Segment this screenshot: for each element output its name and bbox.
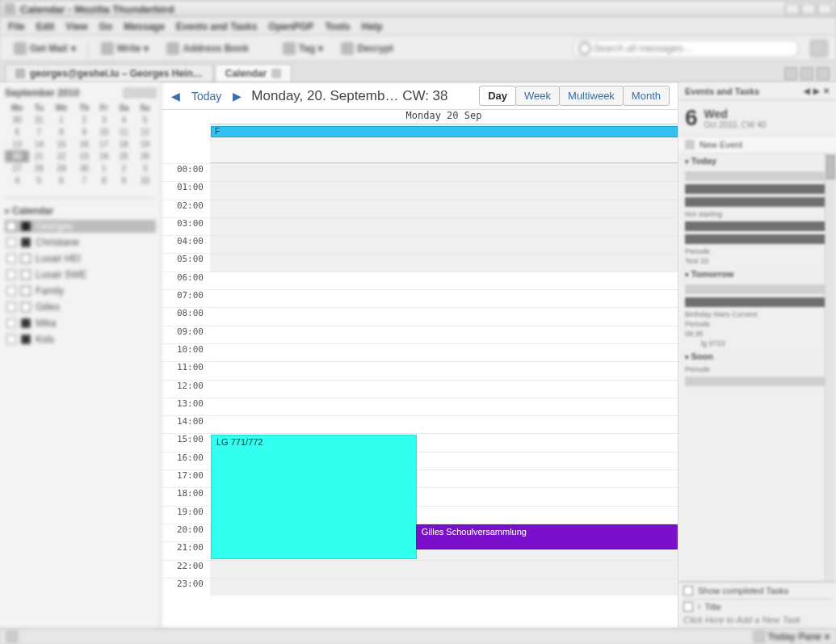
titlebar: Calendar - Mozilla Thunderbird [0, 0, 836, 18]
section-today[interactable]: Today [678, 154, 836, 168]
tab-action-2[interactable] [800, 67, 813, 80]
tabstrip: georges@geshei.lu – Georges Hein… Calend… [0, 61, 836, 82]
todaypane-button[interactable]: Today Pane [768, 631, 821, 642]
view-week[interactable]: Week [515, 86, 560, 106]
agenda-item[interactable] [685, 171, 830, 181]
view-multiweek[interactable]: Multiweek [559, 86, 624, 106]
checkbox[interactable] [6, 238, 16, 247]
day-column[interactable]: LG 771/772 Gilles Schoulversammlung [210, 163, 678, 628]
hour-column: 00:0001:0002:0003:0004:0005:0006:0007:00… [162, 163, 210, 628]
allday-event[interactable]: F [211, 126, 678, 137]
checkbox[interactable] [6, 286, 16, 296]
agenda-item[interactable] [685, 197, 830, 207]
toolbar-end-icon[interactable] [810, 40, 828, 57]
menu-edit[interactable]: Edit [36, 21, 55, 32]
menu-help[interactable]: Help [361, 21, 382, 32]
agenda-item[interactable] [685, 297, 830, 307]
agenda-item[interactable] [685, 184, 830, 194]
menubar: File Edit View Go Message Events and Tas… [0, 18, 836, 36]
minical-next[interactable] [146, 88, 156, 98]
checkbox[interactable] [6, 335, 16, 344]
decrypt-button[interactable]: Decrypt [335, 40, 399, 57]
minical-today[interactable] [135, 88, 145, 98]
today-sub: Oct 2010, CW 40 [704, 120, 767, 129]
addressbook-button[interactable]: Address Book [161, 40, 254, 57]
event-gilles[interactable]: Gilles Schoulversammlung [416, 524, 678, 549]
show-completed-checkbox[interactable] [683, 586, 693, 596]
view-day[interactable]: Day [479, 86, 516, 106]
next-day-button[interactable]: ▶ [231, 90, 243, 103]
app-icon [4, 3, 15, 15]
agenda-item[interactable] [685, 221, 830, 231]
search-input[interactable]: Search all messages… [573, 40, 799, 57]
minimize-button[interactable] [785, 3, 800, 15]
agenda-item[interactable] [685, 377, 830, 386]
calendar-item[interactable]: Family [5, 284, 156, 297]
mini-calendar[interactable]: MoTuWeThFrSaSu 303112345 6789101112 1314… [5, 102, 156, 187]
view-month[interactable]: Month [623, 86, 670, 106]
checkbox[interactable] [6, 221, 16, 231]
menu-events-tasks[interactable]: Events and Tasks [176, 21, 258, 32]
checkbox[interactable] [6, 318, 16, 328]
addressbook-icon [166, 42, 179, 55]
rp-prev[interactable]: ◀ [804, 86, 810, 95]
write-button[interactable]: Write ▾ [95, 40, 155, 57]
section-soon[interactable]: Soon [678, 349, 836, 364]
rp-close[interactable]: ✕ [823, 86, 830, 95]
tab-mail[interactable]: georges@geshei.lu – Georges Hein… [5, 64, 213, 82]
tab-action-3[interactable] [817, 67, 830, 80]
menu-go[interactable]: Go [99, 21, 112, 32]
section-tomorrow[interactable]: Tomorrow [678, 267, 836, 281]
close-icon[interactable] [271, 69, 281, 78]
mail-icon [15, 69, 25, 78]
scrollbar[interactable] [825, 154, 836, 581]
calendar-item[interactable]: Georges [5, 220, 156, 233]
day-header: Monday 20 Sep [210, 110, 678, 124]
calendar-name: Georges [36, 221, 73, 232]
prev-day-button[interactable]: ◀ [170, 90, 182, 103]
new-event-button[interactable]: New Event [678, 137, 836, 154]
task-checkbox[interactable] [683, 602, 693, 612]
menu-message[interactable]: Message [124, 21, 165, 32]
event-lg[interactable]: LG 771/772 [211, 435, 417, 559]
window-title: Calendar - Mozilla Thunderbird [20, 3, 174, 15]
rp-next[interactable]: ▶ [813, 86, 820, 95]
getmail-button[interactable]: Get Mail ▾ [8, 40, 82, 57]
add-task-field[interactable]: Click Here to Add a New Task [683, 615, 800, 625]
menu-openpgp[interactable]: OpenPGP [268, 21, 313, 32]
status-icon[interactable] [6, 631, 18, 642]
calendar-title: Monday, 20. Septemb… CW: 38 [251, 88, 472, 104]
calendar-name: Family [36, 285, 64, 297]
calendar-item[interactable]: Luxair HEI [5, 252, 156, 265]
menu-file[interactable]: File [8, 21, 25, 32]
calendar-list-header[interactable]: Calendar [5, 198, 156, 217]
calendar-item[interactable]: Christiane [5, 236, 156, 249]
todaypane-icon [754, 631, 765, 642]
color-swatch [21, 286, 31, 296]
allday-row[interactable]: F [210, 124, 678, 163]
menu-tools[interactable]: Tools [325, 21, 350, 32]
calendar-item[interactable]: Kids [5, 333, 156, 346]
calendar-item[interactable]: Luxair SWE [5, 268, 156, 281]
agenda-item[interactable] [685, 284, 830, 294]
minical-prev[interactable] [124, 88, 133, 98]
checkbox[interactable] [6, 254, 16, 263]
tag-button[interactable]: Tag ▾ [277, 40, 329, 57]
scroll-thumb[interactable] [826, 155, 835, 179]
calendar-item[interactable]: Gilles [5, 301, 156, 314]
maximize-button[interactable] [801, 3, 816, 15]
menu-view[interactable]: View [65, 21, 87, 32]
chevron-down-icon[interactable]: ▾ [825, 631, 830, 642]
today-button[interactable]: Today [190, 90, 223, 103]
calendar-item[interactable]: Mika [5, 317, 156, 330]
tab-action-1[interactable] [784, 67, 797, 80]
agenda-label: Periode [685, 247, 830, 255]
color-swatch [21, 254, 31, 263]
agenda-label: Birthday Mars Corvent [685, 310, 830, 318]
checkbox[interactable] [6, 302, 16, 312]
tasks-title-header[interactable]: Title [705, 602, 721, 612]
agenda-item[interactable] [685, 234, 830, 244]
tab-calendar[interactable]: Calendar [215, 64, 292, 82]
checkbox[interactable] [6, 270, 16, 280]
close-button[interactable] [817, 3, 832, 15]
